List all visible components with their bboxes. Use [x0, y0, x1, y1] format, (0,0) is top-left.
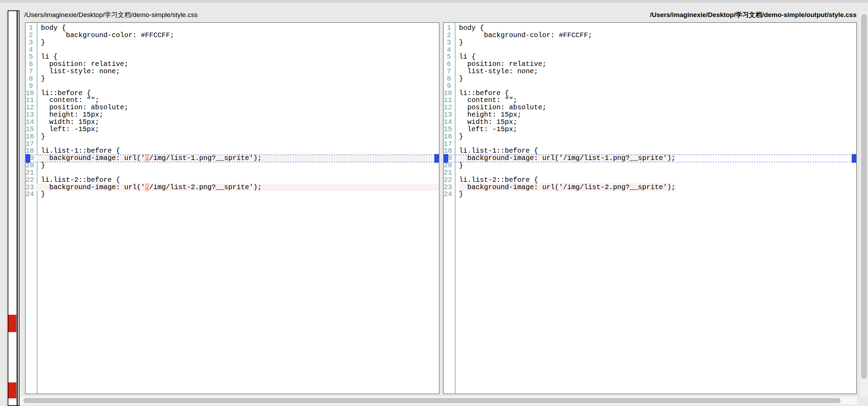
code-line-left-22[interactable]: 22li.list-2::before {	[26, 177, 439, 184]
diff-selection-handle[interactable]	[444, 154, 448, 163]
diff-map[interactable]	[8, 10, 19, 406]
code-line-left-8[interactable]: 8}	[26, 75, 439, 83]
diff-selection-border-bottom	[26, 162, 439, 162]
line-number: 15	[26, 126, 36, 133]
code-line-left-6[interactable]: 6 position: relative;	[26, 61, 439, 68]
code-line-right-22[interactable]: 22li.list-2::before {	[444, 177, 856, 184]
code-text: li.list-2::before {	[454, 177, 856, 184]
code-line-left-9[interactable]: 9	[26, 83, 439, 90]
diff-selection-border-bottom	[444, 162, 856, 162]
line-number: 16	[444, 133, 454, 141]
code-line-left-3[interactable]: 3}	[26, 39, 439, 46]
code-segment: /img/list-1.png?__sprite');	[149, 154, 262, 162]
line-number: 23	[26, 184, 36, 191]
right-file-path: /Users/imaginexie/Desktop/学习文档/demo-simp…	[650, 10, 857, 19]
code-line-left-11[interactable]: 11 content: "";	[26, 97, 439, 104]
code-line-left-24[interactable]: 24}	[26, 191, 439, 198]
line-number: 2	[26, 32, 36, 39]
code-line-left-20[interactable]: 20}	[26, 162, 439, 169]
diff-selection-border-top	[26, 154, 439, 155]
code-line-right-1[interactable]: 1body {	[444, 25, 856, 32]
line-number: 17	[26, 141, 36, 148]
horizontal-scrollbar[interactable]	[20, 397, 857, 405]
line-number: 12	[26, 104, 36, 111]
code-line-left-2[interactable]: 2 background-color: #FFCCFF;	[26, 32, 439, 39]
line-number: 6	[444, 61, 454, 68]
line-number: 18	[444, 147, 454, 155]
line-number: 18	[26, 147, 36, 155]
line-number: 10	[26, 90, 36, 97]
line-number: 22	[26, 177, 36, 184]
code-line-left-5[interactable]: 5li {	[26, 53, 439, 61]
line-number: 4	[26, 46, 36, 54]
code-line-right-14[interactable]: 14 width: 15px;	[444, 119, 856, 126]
vertical-scrollbar[interactable]	[859, 11, 868, 397]
diff-selection-handle[interactable]	[26, 154, 30, 163]
code-text: li.list-1::before {	[36, 147, 439, 155]
code-line-right-11[interactable]: 11 content: "";	[444, 97, 856, 104]
code-line-right-9[interactable]: 9	[444, 83, 856, 90]
code-line-right-7[interactable]: 7 list-style: none;	[444, 68, 856, 75]
code-text: li {	[454, 53, 856, 61]
line-number: 7	[444, 68, 454, 75]
diff-selection-handle[interactable]	[852, 154, 856, 163]
code-line-right-13[interactable]: 13 height: 15px;	[444, 111, 856, 119]
code-text: background-color: #FFCCFF;	[454, 32, 856, 39]
code-line-left-13[interactable]: 13 height: 15px;	[26, 111, 439, 119]
code-line-left-15[interactable]: 15 left: -15px;	[26, 126, 439, 133]
changed-char: .	[145, 154, 149, 162]
code-line-right-19[interactable]: 19 background-image: url('/img/list-1.pn…	[444, 155, 856, 162]
code-line-right-5[interactable]: 5li {	[444, 53, 856, 61]
code-line-right-8[interactable]: 8}	[444, 75, 856, 83]
line-number: 14	[444, 119, 454, 126]
line-number: 17	[444, 141, 454, 148]
code-line-left-19[interactable]: 19 background-image: url('./img/list-1.p…	[26, 155, 439, 162]
line-number: 24	[26, 191, 36, 198]
code-line-left-1[interactable]: 1body {	[26, 25, 439, 32]
code-line-left-14[interactable]: 14 width: 15px;	[26, 119, 439, 126]
code-line-left-21[interactable]: 21	[26, 169, 439, 177]
code-line-left-12[interactable]: 12 position: absolute;	[26, 104, 439, 111]
line-number: 12	[444, 104, 454, 111]
code-line-right-23[interactable]: 23 background-image: url('/img/list-2.pn…	[444, 184, 856, 191]
code-line-right-15[interactable]: 15 left: -15px;	[444, 126, 856, 133]
code-line-right-20[interactable]: 20}	[444, 162, 856, 169]
code-line-left-10[interactable]: 10li::before {	[26, 90, 439, 97]
diff-map-change-marker[interactable]	[8, 382, 16, 398]
code-line-right-3[interactable]: 3}	[444, 39, 856, 46]
diff-text-area-left[interactable]: 1body {2 background-color: #FFCCFF;3}45l…	[25, 22, 440, 394]
code-line-right-6[interactable]: 6 position: relative;	[444, 61, 856, 68]
code-line-right-16[interactable]: 16}	[444, 133, 856, 141]
code-line-left-7[interactable]: 7 list-style: none;	[26, 68, 439, 75]
code-text: background-image: url('/img/list-1.png?_…	[454, 155, 856, 162]
line-number: 8	[444, 75, 454, 83]
code-text	[36, 46, 439, 54]
code-line-right-4[interactable]: 4	[444, 46, 856, 54]
code-line-right-10[interactable]: 10li::before {	[444, 90, 856, 97]
code-text: left: -15px;	[36, 126, 439, 133]
code-line-left-23[interactable]: 23 background-image: url('./img/list-2.p…	[26, 184, 439, 191]
code-line-left-16[interactable]: 16}	[26, 133, 439, 141]
code-line-left-17[interactable]: 17	[26, 141, 439, 148]
code-text: background-image: url('./img/list-1.png?…	[36, 155, 439, 162]
code-text	[454, 83, 856, 90]
line-number: 22	[444, 177, 454, 184]
code-line-right-18[interactable]: 18li.list-1::before {	[444, 147, 856, 155]
code-text: content: "";	[454, 97, 856, 104]
diff-text-area-right[interactable]: 1body {2 background-color: #FFCCFF;3}45l…	[443, 22, 857, 394]
horizontal-scrollbar-thumb[interactable]	[23, 398, 841, 403]
vertical-scrollbar-thumb[interactable]	[861, 14, 867, 379]
code-text	[36, 141, 439, 148]
diff-selection-handle[interactable]	[434, 154, 439, 163]
code-line-right-2[interactable]: 2 background-color: #FFCCFF;	[444, 32, 856, 39]
code-line-right-17[interactable]: 17	[444, 141, 856, 148]
diff-map-change-marker[interactable]	[8, 315, 16, 332]
changed-line-text: background-image: url('/img/list-2.png?_…	[459, 183, 675, 191]
code-line-left-4[interactable]: 4	[26, 46, 439, 54]
code-line-left-18[interactable]: 18li.list-1::before {	[26, 147, 439, 155]
code-line-right-21[interactable]: 21	[444, 169, 856, 177]
code-text	[36, 169, 439, 177]
code-line-right-12[interactable]: 12 position: absolute;	[444, 104, 856, 111]
code-line-right-24[interactable]: 24}	[444, 191, 856, 198]
code-text: }	[36, 75, 439, 83]
